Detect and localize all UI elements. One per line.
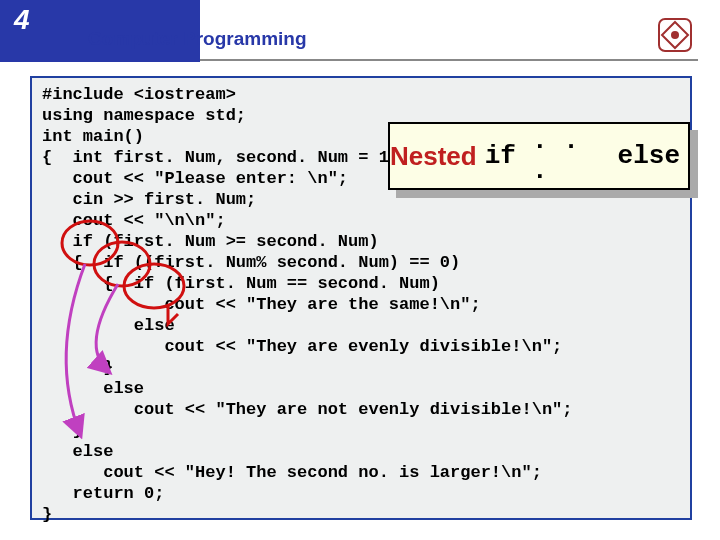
callout-kw-if: if xyxy=(485,141,516,171)
university-logo-icon xyxy=(658,18,692,56)
callout-kw-else: else xyxy=(618,141,680,171)
nested-if-callout: Nested if . . . else xyxy=(388,122,690,190)
callout-dots: . . . xyxy=(532,126,602,186)
page-number: 4 xyxy=(14,4,30,36)
slide-title: Computer Programming xyxy=(88,28,307,50)
svg-point-1 xyxy=(671,31,679,39)
callout-word-nested: Nested xyxy=(390,141,477,172)
